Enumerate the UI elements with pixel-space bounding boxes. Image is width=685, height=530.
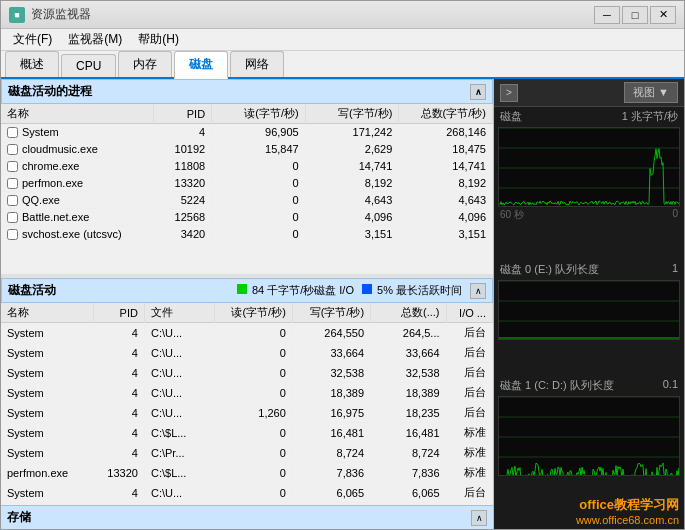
chart-disk-time-left: 60 秒 [500,208,524,222]
cell-io: 后台 [446,323,492,343]
storage-section: 存储 ∧ [1,505,493,529]
chart-disk-time: 60 秒 0 [494,208,684,224]
disk-processes-table-container[interactable]: 名称 PID 读(字节/秒) 写(字节/秒) 总数(字节/秒) System [1,104,493,274]
disk-activity-table-container[interactable]: 名称 PID 文件 读(字节/秒) 写(字节/秒) 总数(...) I/O ..… [1,303,493,505]
process-name: QQ.exe [22,194,60,206]
storage-label: 存储 [7,509,31,526]
table-row[interactable]: System 4 C:\Pr... 0 8,724 8,724 标准 [1,443,493,463]
row-checkbox[interactable] [7,212,18,223]
row-checkbox[interactable] [7,161,18,172]
col2-io: I/O ... [446,303,492,323]
cell-name: perfmon.exe [1,463,94,483]
cell-total: 7,836 [371,463,446,483]
cell-write: 2,629 [305,141,399,158]
minimize-button[interactable]: ─ [594,6,620,24]
cell-io: 后台 [446,363,492,383]
close-button[interactable]: ✕ [650,6,676,24]
tab-cpu[interactable]: CPU [61,54,116,77]
row-checkbox[interactable] [7,195,18,206]
table-row[interactable]: cloudmusic.exe 10192 15,847 2,629 18,475 [1,141,493,158]
tab-network[interactable]: 网络 [230,51,284,77]
disk-processes-body: System 4 96,905 171,242 268,146 cloudmus… [1,124,493,243]
cell-write: 3,151 [305,226,399,243]
indicator2: 5% 最长活跃时间 [362,283,462,298]
table-row[interactable]: Battle.net.exe 12568 0 4,096 4,096 [1,209,493,226]
cell-read: 0 [212,175,306,192]
cell-pid: 4 [94,323,145,343]
cell-total: 6,065 [371,483,446,503]
chart-disk: 磁盘 1 兆字节/秒 60 秒 0 [494,107,684,260]
storage-collapse-btn[interactable]: ∧ [471,510,487,526]
table-row[interactable]: System 4 C:\U... 0 6,065 6,065 后台 [1,483,493,503]
maximize-button[interactable]: □ [622,6,648,24]
menu-monitor[interactable]: 监视器(M) [60,29,130,50]
indicator2-label: 5% 最长活跃时间 [377,284,462,296]
row-checkbox[interactable] [7,229,18,240]
table-row[interactable]: perfmon.exe 13320 0 8,192 8,192 [1,175,493,192]
table-row[interactable]: System 4 96,905 171,242 268,146 [1,124,493,141]
watermark: office教程学习网 www.office68.com.cn [576,496,679,526]
cell-name: svchost.exe (utcsvc) [1,226,153,243]
window-controls: ─ □ ✕ [594,6,676,24]
disk-activity-section: 磁盘活动 84 千字节/秒磁盘 I/O 5% 最长活跃时间 ∧ [1,278,493,505]
cell-pid: 12568 [153,209,212,226]
table-row[interactable]: System 4 C:\U... 0 32,538 32,538 后台 [1,363,493,383]
table-row[interactable]: QQ.exe 5224 0 4,643 4,643 [1,192,493,209]
table-row[interactable]: chrome.exe 11808 0 14,741 14,741 [1,158,493,175]
cell-write: 8,192 [305,175,399,192]
col2-pid: PID [94,303,145,323]
table-row[interactable]: System 4 C:\U... 1,260 16,975 18,235 后台 [1,403,493,423]
tabbar: 概述 CPU 内存 磁盘 网络 [1,51,684,79]
tab-memory[interactable]: 内存 [118,51,172,77]
chart-disk-title: 磁盘 [500,109,522,124]
section2-collapse-btn[interactable]: ∧ [470,283,486,299]
tab-overview[interactable]: 概述 [5,51,59,77]
disk-activity-body: System 4 C:\U... 0 264,550 264,5... 后台 S… [1,323,493,506]
row-checkbox[interactable] [7,178,18,189]
col2-name: 名称 [1,303,94,323]
row-checkbox[interactable] [7,144,18,155]
cell-read: 0 [212,226,306,243]
cell-io: 标准 [446,443,492,463]
menu-file[interactable]: 文件(F) [5,29,60,50]
disk-activity-header-row: 名称 PID 文件 读(字节/秒) 写(字节/秒) 总数(...) I/O ..… [1,303,493,323]
row-checkbox[interactable] [7,127,18,138]
watermark-line1: office教程学习网 [576,496,679,514]
main-content: 磁盘活动的进程 ∧ 名称 PID 读(字节/秒) 写(字节/秒) [1,79,684,529]
col2-total: 总数(...) [371,303,446,323]
menu-help[interactable]: 帮助(H) [130,29,187,50]
cell-read: 0 [212,192,306,209]
tab-disk[interactable]: 磁盘 [174,51,228,79]
cell-name: System [1,383,94,403]
table-row[interactable]: System 4 C:\U... 0 18,389 18,389 后台 [1,383,493,403]
cell-file: C:\U... [144,323,214,343]
cell-file: C:\U... [144,383,214,403]
table-row[interactable]: System 4 C:\U... 0 264,550 264,5... 后台 [1,323,493,343]
cell-pid: 4 [94,403,145,423]
disk-processes-table: 名称 PID 读(字节/秒) 写(字节/秒) 总数(字节/秒) System [1,104,493,243]
indicator1-color-box [237,284,247,294]
chart-disk1-title: 磁盘 1 (C: D:) 队列长度 [500,378,614,393]
table-row[interactable]: perfmon.exe 13320 C:\$L... 0 7,836 7,836… [1,463,493,483]
chart-disk0-title: 磁盘 0 (E:) 队列长度 [500,262,599,277]
table-row[interactable]: svchost.exe (utcsvc) 3420 0 3,151 3,151 [1,226,493,243]
chart-disk0-area [498,280,680,340]
chart-disk0: 磁盘 0 (E:) 队列长度 1 [494,260,684,375]
table-row[interactable]: System 4 C:\$L... 0 16,481 16,481 标准 [1,423,493,443]
cell-write: 16,481 [292,423,370,443]
cell-name: System [1,343,94,363]
cell-write: 14,741 [305,158,399,175]
table-row[interactable]: System 4 C:\U... 0 33,664 33,664 后台 [1,343,493,363]
cell-name: QQ.exe [1,192,153,209]
indicator1-label: 84 千字节/秒磁盘 I/O [252,284,354,296]
view-button[interactable]: 视图 ▼ [624,82,678,103]
chart1-canvas [499,128,680,207]
section1-collapse-btn[interactable]: ∧ [470,84,486,100]
cell-write: 4,096 [305,209,399,226]
cell-file: C:\U... [144,343,214,363]
window-title: 资源监视器 [31,6,594,23]
menubar: 文件(F) 监视器(M) 帮助(H) [1,29,684,51]
cell-pid: 13320 [153,175,212,192]
process-name: System [22,126,59,138]
expand-button[interactable]: > [500,84,518,102]
